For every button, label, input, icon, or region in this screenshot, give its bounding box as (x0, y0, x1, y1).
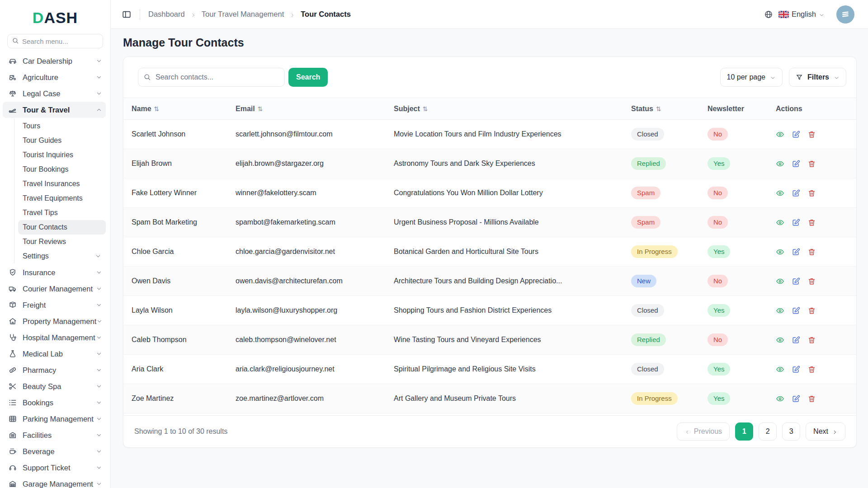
search-button[interactable]: Search (288, 68, 328, 87)
cell-email: layla.wilson@luxuryshopper.org (227, 296, 386, 325)
sidebar-item-support-ticket[interactable]: Support Ticket (3, 460, 106, 476)
view-eye-icon[interactable] (776, 306, 784, 315)
breadcrumb-item[interactable]: Dashboard (148, 10, 185, 19)
sidebar-item-medical-lab[interactable]: Medical Lab (3, 346, 106, 362)
cell-name: Caleb Thompson (123, 325, 227, 355)
sidebar-subitem-travel-insurances[interactable]: Travel Insurances (18, 177, 106, 191)
sidebar-item-beverage[interactable]: Beverage (3, 443, 106, 460)
view-eye-icon[interactable] (776, 248, 784, 256)
sidebar-item-bookings[interactable]: Bookings (3, 394, 106, 411)
view-eye-icon[interactable] (776, 336, 784, 344)
column-header-status[interactable]: Status⇅ (623, 98, 699, 120)
cell-name: Elijah Brown (123, 149, 227, 178)
topbar-divider (140, 9, 140, 20)
sidebar-item-label: Bookings (23, 399, 96, 407)
edit-pencil-icon[interactable] (792, 394, 800, 403)
language-selector[interactable]: English (778, 10, 825, 19)
per-page-select[interactable]: 10 per page (720, 68, 783, 87)
delete-trash-icon[interactable] (807, 394, 816, 403)
edit-pencil-icon[interactable] (792, 336, 800, 344)
view-eye-icon[interactable] (776, 189, 784, 197)
support-ticket-icon (8, 463, 17, 472)
sidebar-item-property-management[interactable]: Property Management (3, 313, 106, 329)
sidebar-item-tour-travel[interactable]: Tour & Travel (3, 102, 106, 118)
cell-status: Replied (623, 325, 699, 355)
delete-trash-icon[interactable] (807, 277, 816, 286)
view-eye-icon[interactable] (776, 130, 784, 139)
sidebar-subitem-tour-guides[interactable]: Tour Guides (18, 133, 106, 148)
page-button-1[interactable]: 1 (735, 422, 753, 441)
sidebar-item-parking-management[interactable]: Parking Management (3, 411, 106, 427)
parking-management-icon (8, 414, 17, 423)
sidebar-item-car-dealership[interactable]: Car Dealership (3, 53, 106, 69)
next-page-button[interactable]: Next (806, 422, 845, 441)
chevron-down-icon (96, 383, 102, 389)
cell-newsletter: No (699, 120, 768, 149)
sidebar-item-label: Beauty Spa (23, 382, 96, 391)
delete-trash-icon[interactable] (807, 218, 816, 227)
contacts-search-input[interactable] (138, 68, 285, 87)
edit-pencil-icon[interactable] (792, 277, 800, 286)
edit-pencil-icon[interactable] (792, 160, 800, 168)
edit-pencil-icon[interactable] (792, 189, 800, 197)
delete-trash-icon[interactable] (807, 160, 816, 168)
sidebar-subitem-tour-contacts[interactable]: Tour Contacts (18, 220, 106, 235)
view-eye-icon[interactable] (776, 277, 784, 286)
avatar[interactable] (836, 5, 854, 23)
table-row: Zoe Martinezzoe.martinez@artlover.comArt… (123, 384, 856, 413)
edit-pencil-icon[interactable] (792, 248, 800, 256)
delete-trash-icon[interactable] (807, 130, 816, 139)
delete-trash-icon[interactable] (807, 189, 816, 197)
globe-icon[interactable] (764, 10, 773, 19)
cell-subject: Urgent Business Proposal - Millions Avai… (386, 208, 623, 237)
sidebar-item-pharmacy[interactable]: Pharmacy (3, 362, 106, 378)
page-button-2[interactable]: 2 (759, 422, 777, 441)
view-eye-icon[interactable] (776, 218, 784, 227)
breadcrumb-item[interactable]: Tour Travel Management (202, 10, 284, 19)
column-header-subject[interactable]: Subject⇅ (386, 98, 623, 120)
brand-logo-dark: ASH (44, 9, 78, 26)
filters-button[interactable]: Filters (789, 68, 846, 87)
pagination: Previous123Next (677, 422, 845, 441)
delete-trash-icon[interactable] (807, 336, 816, 344)
delete-trash-icon[interactable] (807, 306, 816, 315)
chevron-down-icon (96, 90, 102, 97)
sidebar-item-facilities[interactable]: Facilities (3, 427, 106, 443)
sidebar-subitem-tours[interactable]: Tours (18, 119, 106, 133)
sidebar-item-label: Hospital Management (23, 333, 96, 342)
previous-page-button[interactable]: Previous (677, 422, 730, 441)
view-eye-icon[interactable] (776, 160, 784, 168)
sidebar-item-insurance[interactable]: Insurance (3, 264, 106, 281)
sidebar-item-agriculture[interactable]: Agriculture (3, 69, 106, 85)
sidebar-subitem-travel-tips[interactable]: Travel Tips (18, 206, 106, 220)
sidebar-subitem-travel-equipments[interactable]: Travel Equipments (18, 191, 106, 206)
status-badge: No (708, 216, 728, 229)
view-eye-icon[interactable] (776, 394, 784, 403)
column-header-email[interactable]: Email⇅ (227, 98, 386, 120)
sidebar-item-legal-case[interactable]: Legal Case (3, 85, 106, 102)
sidebar-subitem-tour-bookings[interactable]: Tour Bookings (18, 162, 106, 177)
sidebar-toggle-icon[interactable] (122, 9, 132, 19)
sidebar-item-garage-management[interactable]: Garage Management (3, 476, 106, 488)
delete-trash-icon[interactable] (807, 365, 816, 374)
edit-pencil-icon[interactable] (792, 218, 800, 227)
sidebar-subitem-tourist-inquiries[interactable]: Tourist Inquiries (18, 148, 106, 162)
edit-pencil-icon[interactable] (792, 306, 800, 315)
sidebar-subitem-settings[interactable]: Settings (18, 249, 106, 263)
sidebar-subitem-tour-reviews[interactable]: Tour Reviews (18, 235, 106, 249)
sidebar-search-input[interactable] (7, 34, 103, 48)
sidebar-item-hospital-management[interactable]: Hospital Management (3, 329, 106, 346)
delete-trash-icon[interactable] (807, 248, 816, 256)
column-header-name[interactable]: Name⇅ (123, 98, 227, 120)
sidebar-item-courier-management[interactable]: Courier Management (3, 281, 106, 297)
edit-pencil-icon[interactable] (792, 130, 800, 139)
cell-name: Owen Davis (123, 267, 227, 296)
brand-logo[interactable]: DASH (0, 0, 110, 32)
sidebar-item-freight[interactable]: Freight (3, 297, 106, 313)
edit-pencil-icon[interactable] (792, 365, 800, 374)
cell-actions (768, 325, 856, 355)
sidebar-subitem-label: Tour Guides (23, 136, 101, 145)
sidebar-item-beauty-spa[interactable]: Beauty Spa (3, 378, 106, 394)
view-eye-icon[interactable] (776, 365, 784, 374)
page-button-3[interactable]: 3 (782, 422, 800, 441)
